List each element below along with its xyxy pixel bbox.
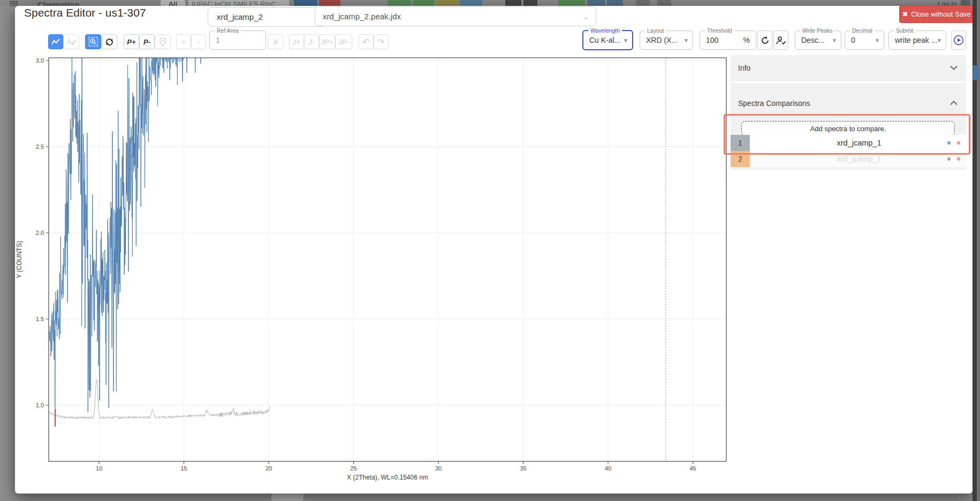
xrd-spectrum-line <box>49 51 206 412</box>
x-tick-label: 30 <box>435 465 442 472</box>
comparisons-section-header[interactable]: Spectra Comparisons <box>731 83 966 110</box>
x-tick-label: 10 <box>96 465 102 472</box>
nav-toolbar-block <box>558 0 585 6</box>
file-select-value: xrd_jcamp_2 <box>217 12 263 21</box>
panel-divider <box>731 81 966 83</box>
increase-button[interactable]: + <box>176 34 191 49</box>
spectrum-plot-area[interactable]: 10152025303540451.01.52.02.53.0X (2Theta… <box>16 51 736 490</box>
line-chart-icon <box>51 38 60 45</box>
threshold-field[interactable]: Threshold 100 % <box>700 31 756 50</box>
nav-toolbar-block <box>436 0 458 6</box>
comparisons-header-label: Spectra Comparisons <box>738 99 810 108</box>
submit-select[interactable]: Submit write peak ... ▼ <box>888 31 946 50</box>
nav-toolbar-block <box>294 0 317 6</box>
spectrum-file-select[interactable]: xrd_jcamp_2 ▼ <box>208 7 326 27</box>
nav-all-dropdown: All <box>161 0 185 6</box>
nav-toolbar-block <box>319 0 340 6</box>
layout-select[interactable]: Layout XRD (X... ▼ <box>640 31 693 50</box>
jp-minus-button[interactable]: JP- <box>335 34 352 49</box>
peak-file-combobox[interactable]: xrd_jcamp_2.peak.jdx ⌄ <box>315 6 596 26</box>
x-tick-label: 15 <box>181 465 187 472</box>
close-icon: ✖ <box>902 10 908 18</box>
comparison-row[interactable]: 2 xrd_jcamp_1 <box>731 151 966 167</box>
spectrum-name: xrd_jcamp_1 <box>750 139 947 147</box>
undo-button[interactable]: ↶ <box>359 34 374 49</box>
brand-logo: Chemotion <box>37 0 79 6</box>
chevron-down-icon: ⌄ <box>583 12 589 21</box>
plot-border <box>49 58 726 461</box>
threshold-label: Threshold <box>705 27 734 34</box>
screen: { "backdrop": { "navbar": { "brand": "Ch… <box>0 0 980 501</box>
ref-area-value: 1 <box>216 36 220 44</box>
background-navbar: Chemotion All IUPAC InChI SMILES RInC Lo… <box>0 0 980 6</box>
peak-remove-button[interactable]: P- <box>139 34 155 49</box>
refresh-button[interactable] <box>757 31 772 50</box>
nav-toolbar-block <box>607 0 623 6</box>
color-marker-icon[interactable] <box>947 157 951 161</box>
nav-toolbar-block <box>636 0 650 6</box>
chevron-down-icon: ▼ <box>875 37 880 43</box>
chevron-down-icon: ▼ <box>683 37 689 43</box>
chevron-down-icon: ▼ <box>623 37 628 43</box>
scrollbar-thumb[interactable] <box>973 65 977 80</box>
person-check-icon <box>776 36 786 45</box>
close-without-save-button[interactable]: ✖ Close without Save <box>899 5 974 23</box>
j-minus-button[interactable]: J- <box>304 34 319 49</box>
decimal-value: 0 <box>851 36 855 44</box>
decimal-select[interactable]: Decimal 0 ▼ <box>845 31 884 50</box>
remove-spectrum-icon[interactable] <box>956 157 961 161</box>
nav-search-input: IUPAC InChI SMILES RInC <box>188 0 289 6</box>
reset-zoom-button[interactable] <box>102 34 117 49</box>
redo-button[interactable]: ↷ <box>374 34 389 49</box>
y-tick-label: 3.0 <box>36 57 44 64</box>
threshold-unit: % <box>743 36 750 44</box>
wavelength-label: Wavelength <box>588 27 622 34</box>
row-index-badge: 1 <box>731 135 750 151</box>
peak-add-button[interactable]: P+ <box>124 34 139 49</box>
jp-plus-button[interactable]: JP+ <box>319 34 335 49</box>
submit-label: Submit <box>894 27 916 34</box>
a-check-icon: A <box>66 37 77 46</box>
y-tick-label: 2.5 <box>36 143 44 150</box>
y-tick-label: 1.0 <box>36 402 44 408</box>
comparison-row[interactable]: 1 xrd_jcamp_1 <box>731 135 966 151</box>
spectrum-name: xrd_jcamp_1 <box>750 155 947 163</box>
chevron-up-icon <box>950 101 958 105</box>
close-button-label: Close without Save <box>911 10 970 18</box>
undo-icon: ↶ <box>362 37 369 47</box>
decrease-button[interactable]: - <box>191 34 206 49</box>
redo-icon: ↷ <box>377 37 384 47</box>
x-tick-label: 20 <box>265 465 272 472</box>
x-tick-label: 35 <box>520 465 526 472</box>
add-spectra-button[interactable]: Add spectra to compare. <box>741 121 955 136</box>
chevron-down-icon: ▼ <box>832 37 837 43</box>
y-tick-label: 2.0 <box>36 230 44 236</box>
ref-area-label: Ref Area <box>215 27 241 34</box>
page-title: Spectra Editor - us1-307 <box>24 6 146 19</box>
nav-toolbar-block <box>505 0 521 6</box>
x-tick-label: 25 <box>350 465 356 472</box>
anchor-point-button[interactable] <box>155 34 171 49</box>
threshold-value: 100 <box>706 36 718 44</box>
color-marker-icon[interactable] <box>947 141 951 145</box>
clear-x-button[interactable]: X <box>268 34 283 49</box>
layout-value: XRD (X... <box>646 36 678 44</box>
nav-toolbar-block <box>657 0 671 6</box>
play-circle-icon <box>953 35 964 45</box>
j-plus-button[interactable]: J+ <box>289 34 304 49</box>
background-element <box>271 494 303 501</box>
remove-spectrum-icon[interactable] <box>956 141 961 145</box>
info-header-label: Info <box>738 64 750 72</box>
predict-button[interactable] <box>773 31 788 50</box>
write-peaks-value: Desc... <box>801 36 825 44</box>
info-section-header[interactable]: Info <box>731 55 966 82</box>
write-peaks-select[interactable]: Write Peaks Desc... ▼ <box>795 31 841 50</box>
line-mode-button[interactable] <box>48 34 63 49</box>
write-peaks-label: Write Peaks <box>800 27 834 34</box>
chevron-down-icon: ▼ <box>937 37 942 43</box>
auto-assign-button[interactable]: A <box>63 34 79 49</box>
ref-area-field[interactable]: Ref Area 1 <box>209 31 266 50</box>
wavelength-select[interactable]: Wavelength Cu K-al... ▼ <box>582 30 633 50</box>
zoom-select-button[interactable] <box>85 34 101 49</box>
run-submit-button[interactable] <box>951 31 966 50</box>
